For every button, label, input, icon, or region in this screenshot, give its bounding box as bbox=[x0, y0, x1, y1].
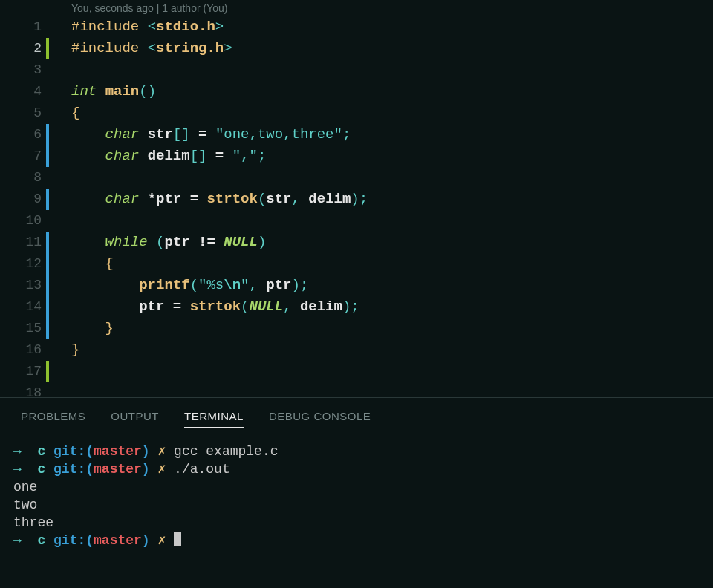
prompt-git-prefix: git:( bbox=[53, 444, 94, 459]
terminal-line: two bbox=[13, 496, 700, 514]
tab-output[interactable]: OUTPUT bbox=[111, 410, 159, 428]
line-number: 2 bbox=[0, 38, 46, 59]
gutter-modification-marker bbox=[46, 38, 49, 59]
prompt-dir: c bbox=[37, 462, 53, 477]
code-content: } bbox=[71, 339, 713, 361]
code-line[interactable]: 14 ptr = strtok(NULL, delim); bbox=[0, 296, 713, 318]
code-content: char str[] = "one,two,three"; bbox=[71, 124, 713, 146]
code-line[interactable]: 6 char str[] = "one,two,three"; bbox=[0, 124, 713, 146]
terminal-line: → c git:(master) ✗ gcc example.c bbox=[13, 442, 700, 460]
code-line[interactable]: 7 char delim[] = ","; bbox=[0, 146, 713, 167]
code-content bbox=[71, 210, 713, 232]
code-content: ptr = strtok(NULL, delim); bbox=[71, 296, 713, 318]
codelens-annotation: You, seconds ago | 1 author (You) bbox=[0, 0, 713, 16]
code-line[interactable]: 18 bbox=[0, 382, 713, 397]
line-number: 6 bbox=[0, 124, 46, 146]
prompt-branch: master bbox=[94, 444, 142, 459]
code-content bbox=[71, 167, 713, 189]
prompt-dir: c bbox=[37, 533, 53, 548]
line-number: 1 bbox=[0, 16, 46, 38]
line-number: 8 bbox=[0, 167, 46, 189]
line-number: 13 bbox=[0, 275, 46, 296]
code-line[interactable]: 17 bbox=[0, 361, 713, 382]
gutter-modification-marker bbox=[46, 167, 49, 189]
code-content: char delim[] = ","; bbox=[71, 146, 713, 167]
line-number: 12 bbox=[0, 253, 46, 275]
code-content bbox=[71, 59, 713, 81]
gutter-modification-marker bbox=[46, 382, 49, 397]
tab-terminal[interactable]: TERMINAL bbox=[184, 410, 244, 428]
code-line[interactable]: 3 bbox=[0, 59, 713, 81]
gutter-modification-marker bbox=[46, 124, 49, 146]
terminal-output: one bbox=[13, 480, 37, 494]
line-number: 9 bbox=[0, 189, 46, 210]
terminal[interactable]: → c git:(master) ✗ gcc example.c→ c git:… bbox=[0, 435, 713, 549]
prompt-branch: master bbox=[94, 462, 142, 477]
tab-problems[interactable]: PROBLEMS bbox=[21, 410, 85, 428]
prompt-git-prefix: git:( bbox=[53, 533, 94, 548]
code-content: { bbox=[71, 102, 713, 124]
prompt-git-suffix: ) bbox=[142, 533, 158, 548]
terminal-output: three bbox=[13, 515, 53, 530]
terminal-line: one bbox=[13, 478, 700, 496]
line-number: 5 bbox=[0, 102, 46, 124]
code-content: { bbox=[71, 253, 713, 275]
panel-tab-bar: PROBLEMS OUTPUT TERMINAL DEBUG CONSOLE bbox=[0, 398, 713, 435]
code-line[interactable]: 5{ bbox=[0, 102, 713, 124]
prompt-dirty-icon: ✗ bbox=[157, 533, 174, 548]
code-content bbox=[71, 361, 713, 382]
gutter-modification-marker bbox=[46, 210, 49, 232]
tab-debug-console[interactable]: DEBUG CONSOLE bbox=[269, 410, 371, 428]
line-number: 17 bbox=[0, 361, 46, 382]
code-line[interactable]: 4int main() bbox=[0, 81, 713, 102]
gutter-modification-marker bbox=[46, 296, 49, 318]
code-line[interactable]: 12 { bbox=[0, 253, 713, 275]
gutter-modification-marker bbox=[46, 146, 49, 167]
terminal-output: two bbox=[13, 497, 37, 512]
prompt-branch: master bbox=[94, 533, 142, 548]
code-content: } bbox=[71, 318, 713, 339]
gutter-modification-marker bbox=[46, 361, 49, 382]
prompt-git-prefix: git:( bbox=[53, 462, 94, 477]
code-line[interactable]: 16} bbox=[0, 339, 713, 361]
code-line[interactable]: 10 bbox=[0, 210, 713, 232]
gutter-modification-marker bbox=[46, 59, 49, 81]
line-number: 3 bbox=[0, 59, 46, 81]
prompt-arrow-icon: → bbox=[13, 533, 37, 548]
code-content: #include <stdio.h> bbox=[71, 16, 713, 38]
prompt-dir: c bbox=[37, 444, 53, 459]
line-number: 15 bbox=[0, 318, 46, 339]
line-number: 4 bbox=[0, 81, 46, 102]
line-number: 10 bbox=[0, 210, 46, 232]
code-content: char *ptr = strtok(str, delim); bbox=[71, 189, 713, 210]
terminal-line: → c git:(master) ✗ ./a.out bbox=[13, 460, 700, 478]
code-line[interactable]: 1#include <stdio.h> bbox=[0, 16, 713, 38]
gutter-modification-marker bbox=[46, 232, 49, 253]
code-line[interactable]: 9 char *ptr = strtok(str, delim); bbox=[0, 189, 713, 210]
prompt-arrow-icon: → bbox=[13, 444, 37, 459]
prompt-git-suffix: ) bbox=[142, 462, 158, 477]
code-line[interactable]: 11 while (ptr != NULL) bbox=[0, 232, 713, 253]
code-line[interactable]: 15 } bbox=[0, 318, 713, 339]
terminal-cursor bbox=[174, 532, 181, 546]
gutter-modification-marker bbox=[46, 81, 49, 102]
code-line[interactable]: 8 bbox=[0, 167, 713, 189]
line-number: 16 bbox=[0, 339, 46, 361]
line-number: 18 bbox=[0, 382, 46, 397]
code-content: #include <string.h> bbox=[71, 38, 713, 59]
prompt-git-suffix: ) bbox=[142, 444, 158, 459]
gutter-modification-marker bbox=[46, 318, 49, 339]
gutter-modification-marker bbox=[46, 339, 49, 361]
code-line[interactable]: 13 printf("%s\n", ptr); bbox=[0, 275, 713, 296]
code-content: while (ptr != NULL) bbox=[71, 232, 713, 253]
line-number: 14 bbox=[0, 296, 46, 318]
gutter-modification-marker bbox=[46, 189, 49, 210]
code-content bbox=[71, 382, 713, 397]
terminal-line: → c git:(master) ✗ bbox=[13, 532, 700, 549]
line-number: 7 bbox=[0, 146, 46, 167]
code-line[interactable]: 2#include <string.h> bbox=[0, 38, 713, 59]
prompt-dirty-icon: ✗ bbox=[157, 444, 174, 459]
prompt-arrow-icon: → bbox=[13, 462, 37, 477]
line-number: 11 bbox=[0, 232, 46, 253]
code-editor[interactable]: You, seconds ago | 1 author (You) 1#incl… bbox=[0, 0, 713, 397]
